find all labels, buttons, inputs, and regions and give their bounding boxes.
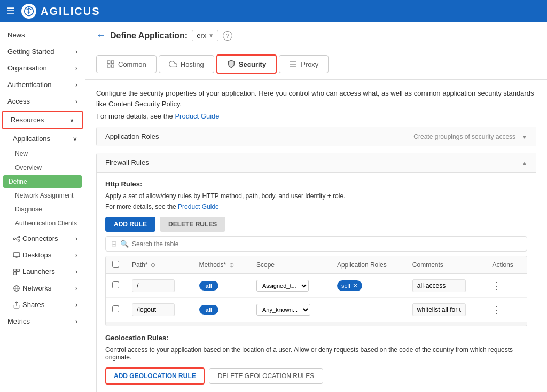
chevron-down-icon — [522, 132, 527, 140]
firewall-body: Http Rules: Apply a set of allow/deny ru… — [97, 173, 536, 392]
scope-cell: Any_known... — [250, 298, 331, 322]
svg-point-1 — [13, 238, 15, 240]
sidebar-item-define[interactable]: Define — [3, 175, 82, 188]
sidebar-item-shares[interactable]: Shares › — [0, 296, 85, 313]
product-guide-link[interactable]: Product Guide — [175, 112, 219, 120]
sidebar-label-metrics: Metrics — [7, 317, 30, 325]
sidebar-item-access[interactable]: Access › — [0, 93, 85, 109]
geolocation-title: Geolocation Rules: — [105, 334, 527, 342]
delete-rules-button[interactable]: DELETE RULES — [160, 217, 225, 232]
chevron-right-icon: › — [75, 65, 77, 72]
sidebar-item-auth-clients[interactable]: Authentication Clients — [0, 216, 85, 230]
delete-geolocation-rules-button[interactable]: DELETE GEOLOCATION RULES — [209, 368, 324, 384]
role-remove-button[interactable]: ✕ — [353, 282, 358, 289]
method-cell: all — [193, 274, 250, 298]
geolocation-section: Geolocation Rules: Control access to you… — [105, 334, 527, 385]
comment-input[interactable] — [412, 279, 466, 292]
sidebar-item-launchers[interactable]: Launchers › — [0, 263, 85, 280]
http-guide-text: For more details, see the — [105, 203, 176, 210]
table-row: all Any_known... — [106, 298, 527, 322]
table-header-row: Path* ⊙ Methods* ⊙ Scope Application Rol… — [106, 256, 527, 274]
back-button[interactable]: ← — [96, 30, 106, 41]
tab-hosting[interactable]: Hosting — [159, 55, 214, 73]
chevron-down-icon: ∨ — [73, 135, 77, 143]
sidebar-item-applications[interactable]: Applications ∨ — [0, 130, 85, 147]
sidebar-item-new[interactable]: New — [0, 147, 85, 161]
firewall-header[interactable]: Firewall Rules — [97, 153, 536, 173]
page-title: Define Application: — [110, 31, 187, 41]
method-cell: all — [193, 298, 250, 322]
hosting-tab-icon — [169, 60, 177, 68]
sidebar-item-desktops[interactable]: Desktops › — [0, 247, 85, 263]
sidebar-label-diagnose: Diagnose — [15, 206, 42, 213]
actions-cell: ⋮ — [486, 274, 527, 298]
scope-select[interactable]: Assigned_t... — [256, 280, 309, 292]
chevron-right-icon: › — [75, 81, 77, 89]
scope-select[interactable]: Any_known... — [256, 304, 310, 316]
col-path: Path* ⊙ — [126, 256, 193, 274]
sidebar-item-getting-started[interactable]: Getting Started › — [0, 43, 85, 60]
chevron-right-icon: › — [75, 235, 77, 242]
sidebar-item-network-assignment[interactable]: Network Assignment — [0, 189, 85, 202]
desktops-icon — [13, 252, 20, 259]
menu-icon[interactable]: ☰ — [6, 5, 15, 17]
shares-icon — [13, 301, 20, 309]
tab-proxy[interactable]: Proxy — [279, 55, 329, 73]
app-selector[interactable]: erx ▼ — [192, 30, 218, 41]
geolocation-btn-row: ADD GEOLOCATION RULE DELETE GEOLOCATION … — [105, 367, 527, 385]
app-roles-header[interactable]: Application Roles Create groupings of se… — [97, 127, 536, 146]
row-checkbox[interactable] — [112, 281, 119, 288]
path-input[interactable] — [132, 303, 175, 316]
table-scrollbar[interactable] — [106, 322, 527, 326]
sidebar-item-news[interactable]: News — [0, 27, 85, 43]
row-checkbox[interactable] — [112, 305, 119, 312]
logo-circle — [21, 4, 36, 19]
filter-icon[interactable]: ⊟ — [111, 240, 117, 248]
guide-text: For more details, see the — [96, 112, 173, 120]
add-rule-button[interactable]: ADD RULE — [105, 217, 155, 232]
sidebar-item-overview[interactable]: Overview — [0, 161, 85, 175]
search-bar: ⊟ 🔍 — [105, 236, 527, 252]
security-description: Configure the security properties of you… — [96, 88, 536, 109]
sidebar-item-networks[interactable]: Networks › — [0, 280, 85, 296]
sidebar-item-metrics[interactable]: Metrics › — [0, 313, 85, 330]
sidebar-label-organisation: Organisation — [7, 64, 47, 72]
method-badge[interactable]: all — [199, 281, 218, 291]
sidebar-label-new: New — [15, 150, 28, 158]
sidebar-label-auth-clients: Authentication Clients — [15, 219, 77, 227]
app-name: erx — [197, 32, 206, 40]
firewall-section: Firewall Rules Http Rules: Apply a set o… — [96, 153, 536, 392]
search-input[interactable] — [132, 240, 521, 248]
row-checkbox-cell — [106, 274, 126, 298]
sidebar-item-resources[interactable]: Resources ∨ — [2, 111, 83, 129]
sidebar-item-authentication[interactable]: Authentication › — [0, 76, 85, 93]
logo-svg — [24, 6, 34, 17]
row-actions-menu[interactable]: ⋮ — [492, 304, 502, 315]
path-input[interactable] — [132, 279, 175, 292]
sidebar-item-organisation[interactable]: Organisation › — [0, 60, 85, 76]
sidebar-label-shares: Shares — [22, 301, 44, 309]
row-actions-menu[interactable]: ⋮ — [492, 280, 502, 291]
sidebar-label-network-assignment: Network Assignment — [15, 192, 73, 199]
role-label: self — [341, 283, 350, 289]
method-badge[interactable]: all — [199, 305, 218, 315]
http-label: Http Rules: — [105, 180, 527, 188]
comments-cell — [406, 298, 486, 322]
help-icon[interactable]: ? — [223, 31, 232, 41]
add-geolocation-rule-button[interactable]: ADD GEOLOCATION RULE — [105, 367, 205, 385]
tab-security[interactable]: Security — [216, 54, 277, 74]
app-roles-section: Application Roles Create groupings of se… — [96, 127, 536, 146]
http-desc: Apply a set of allow/deny rules by HTTP … — [105, 192, 527, 200]
sidebar-label-overview: Overview — [15, 164, 42, 171]
dropdown-icon: ▼ — [208, 33, 214, 38]
networks-icon — [13, 285, 20, 292]
sidebar-item-connectors[interactable]: Connectors › — [0, 230, 85, 247]
select-all-checkbox[interactable] — [112, 261, 119, 268]
http-guide-ref: For more details, see the Product Guide — [105, 203, 527, 210]
comment-input[interactable] — [412, 303, 466, 316]
tab-common[interactable]: Common — [96, 55, 157, 73]
svg-rect-19 — [111, 65, 114, 67]
http-product-guide-link[interactable]: Product Guide — [178, 203, 219, 210]
guide-reference: For more details, see the Product Guide — [96, 112, 536, 120]
sidebar-item-diagnose[interactable]: Diagnose — [0, 202, 85, 216]
